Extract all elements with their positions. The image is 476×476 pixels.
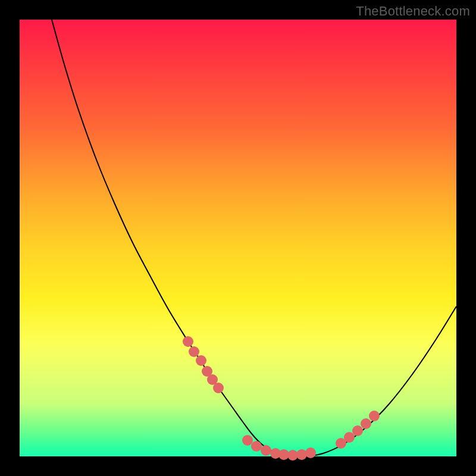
marker-dot [189, 346, 199, 357]
curve-markers [183, 336, 380, 461]
marker-dot [196, 355, 206, 366]
chart-frame: TheBottleneck.com [0, 0, 476, 476]
marker-dot [261, 445, 271, 456]
marker-dot [344, 432, 355, 443]
marker-dot [352, 425, 363, 436]
marker-dot [251, 441, 262, 452]
marker-dot [296, 449, 307, 460]
marker-dot [183, 336, 193, 347]
bottleneck-curve [52, 20, 456, 456]
curve-layer [20, 20, 456, 456]
watermark-text: TheBottleneck.com [356, 4, 470, 19]
marker-dot [361, 418, 371, 429]
marker-dot [242, 435, 253, 446]
marker-dot [305, 447, 316, 458]
marker-dot [213, 383, 224, 393]
marker-dot [369, 411, 380, 421]
